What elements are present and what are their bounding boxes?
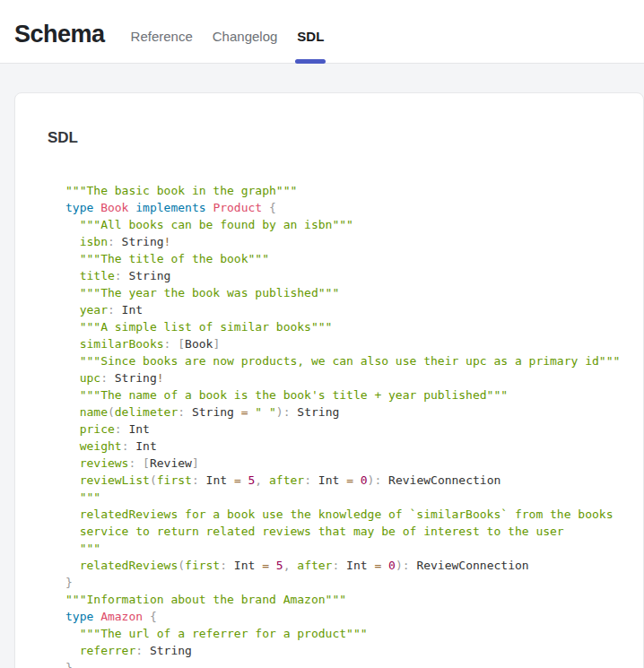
tab-bar: Reference Changelog SDL (121, 0, 335, 63)
tab-sdl-label: SDL (297, 29, 324, 44)
card-heading: SDL (48, 129, 611, 147)
sdl-code: """The basic book in the graph"""type Bo… (65, 182, 611, 668)
code-line: """All books can be found by an isbn""" (65, 216, 611, 233)
code-line: """The year the book was published""" (65, 284, 611, 301)
code-line: upc: String! (65, 369, 611, 386)
tab-changelog-label: Changelog (213, 29, 278, 44)
code-line: """A simple list of similar books""" (65, 318, 611, 335)
code-line: weight: Int (65, 438, 611, 455)
code-line: type Book implements Product { (65, 199, 611, 216)
tab-reference[interactable]: Reference (121, 0, 203, 63)
code-line: similarBooks: [Book] (65, 335, 611, 352)
code-line: referrer: String (65, 642, 611, 659)
page-title: Schema (14, 15, 105, 48)
code-line: relatedReviews for a book use the knowle… (65, 506, 611, 523)
code-line: """Since books are now products, we can … (65, 352, 611, 369)
page-header: Schema Reference Changelog SDL (0, 0, 644, 64)
active-tab-underline (295, 59, 326, 64)
code-line: relatedReviews(first: Int = 5, after: In… (65, 557, 611, 574)
code-line: } (65, 574, 611, 591)
code-line: """ (65, 489, 611, 506)
code-line: """The title of the book""" (65, 250, 611, 267)
code-line: title: String (65, 267, 611, 284)
code-line: } (65, 659, 611, 668)
sdl-card: SDL """The basic book in the graph"""typ… (14, 92, 644, 668)
tab-reference-label: Reference (131, 29, 193, 44)
code-line: """The url of a referrer for a product""… (65, 625, 611, 642)
tab-sdl[interactable]: SDL (287, 0, 334, 63)
code-line: isbn: String! (65, 233, 611, 250)
code-line: """The basic book in the graph""" (65, 182, 611, 199)
code-line: """The name of a book is the book's titl… (65, 386, 611, 403)
code-line: price: Int (65, 421, 611, 438)
code-line: year: Int (65, 301, 611, 318)
code-line: name(delimeter: String = " "): String (65, 403, 611, 421)
code-line: """ (65, 540, 611, 557)
code-line: type Amazon { (65, 608, 611, 625)
code-line: service to return related reviews that m… (65, 523, 611, 540)
tab-changelog[interactable]: Changelog (203, 0, 288, 63)
code-line: reviewList(first: Int = 5, after: Int = … (65, 472, 611, 489)
code-line: reviews: [Review] (65, 455, 611, 472)
code-line: """Information about the brand Amazon""" (65, 591, 611, 608)
